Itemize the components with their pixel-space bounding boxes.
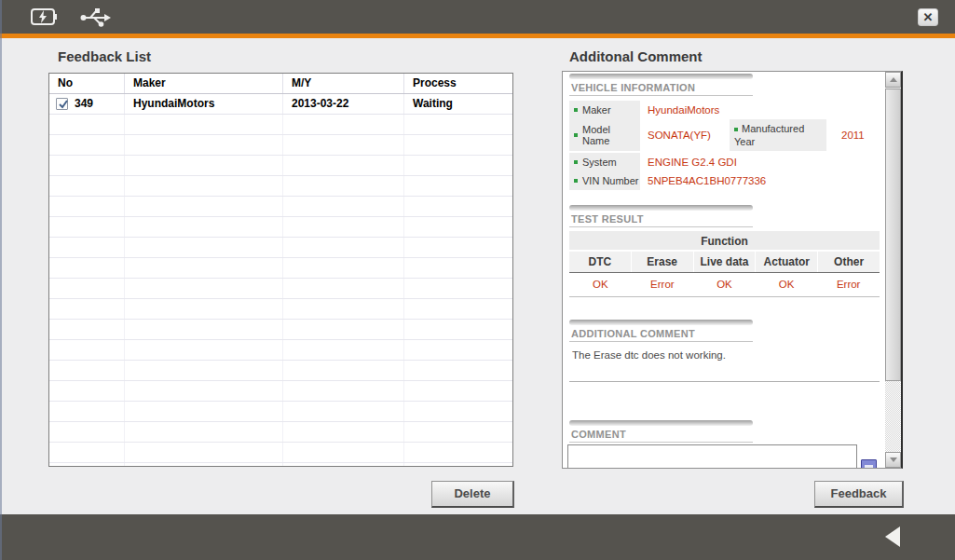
empty-cell [125, 135, 283, 155]
scrollbar-thumb[interactable] [885, 89, 901, 381]
empty-table-row [49, 238, 512, 258]
test-result-section: TEST RESULT [569, 205, 753, 227]
empty-cell [283, 299, 404, 319]
mfg-year-value: 2011 [841, 119, 865, 151]
additional-comment-section: ADDITIONAL COMMENT [569, 320, 753, 342]
empty-table-row [49, 361, 512, 381]
empty-cell [283, 197, 404, 216]
row-process: Waiting [404, 94, 512, 114]
empty-cell [49, 238, 125, 257]
feedback-list-title: Feedback List [58, 48, 151, 64]
empty-cell [49, 402, 125, 421]
row-checkbox[interactable] [56, 98, 68, 110]
empty-table-row [49, 258, 512, 279]
empty-cell [404, 299, 512, 319]
empty-cell [283, 135, 404, 155]
empty-cell [125, 197, 283, 216]
empty-table-row [49, 381, 512, 402]
empty-table-row [49, 422, 512, 443]
function-col-header: Erase [631, 252, 693, 272]
comment-section: COMMENT [569, 420, 753, 443]
empty-cell [404, 238, 512, 257]
empty-cell [125, 340, 283, 360]
col-header-maker: Maker [125, 74, 283, 93]
empty-cell [125, 361, 283, 380]
empty-cell [283, 381, 404, 401]
additional-comment-header: ADDITIONAL COMMENT [569, 325, 753, 341]
empty-cell [125, 115, 283, 134]
scrollbar-up-button[interactable] [885, 72, 901, 88]
empty-cell [283, 279, 404, 298]
empty-cell [283, 422, 404, 442]
back-arrow-icon [885, 526, 900, 547]
empty-cell [125, 238, 283, 257]
additional-comment-panel: VEHICLE INFORMATION Maker HyundaiMotors … [562, 71, 903, 469]
triangle-up-icon [890, 77, 897, 82]
section-underline [569, 226, 753, 227]
empty-cell [283, 115, 404, 134]
empty-cell [404, 176, 512, 196]
col-header-no: No [49, 74, 125, 93]
comment-input[interactable] [567, 444, 857, 469]
empty-cell [283, 258, 404, 278]
feedback-table: No Maker M/Y Process 349 HyundaiMotors 2… [48, 73, 513, 467]
app-window: ✕ Feedback List No Maker M/Y Process 349… [0, 0, 955, 560]
system-label: System [582, 157, 617, 168]
empty-cell [404, 217, 512, 237]
empty-cell [49, 361, 125, 380]
empty-cell [125, 422, 283, 442]
empty-cell [404, 381, 512, 401]
empty-cell [283, 340, 404, 360]
scrollbar-down-button[interactable] [885, 452, 901, 468]
empty-cell [283, 402, 404, 421]
vehicle-information-section: VEHICLE INFORMATION [569, 74, 753, 96]
accent-divider [0, 34, 955, 38]
back-button[interactable] [885, 526, 904, 547]
empty-cell [404, 463, 512, 467]
empty-cell [125, 443, 283, 462]
empty-cell [49, 258, 125, 278]
empty-cell [404, 402, 512, 421]
empty-cell [404, 135, 512, 155]
empty-cell [49, 156, 125, 175]
empty-table-row [49, 115, 512, 135]
empty-cell [404, 422, 512, 442]
test-result-header: TEST RESULT [569, 211, 753, 226]
empty-cell [404, 340, 512, 360]
empty-cell [49, 197, 125, 216]
field-mfg-year: Manufactured Year [730, 119, 826, 151]
function-col-header: DTC [569, 252, 631, 272]
empty-cell [49, 340, 125, 360]
empty-cell [125, 176, 283, 196]
empty-table-row [49, 197, 512, 217]
empty-cell [404, 361, 512, 380]
delete-button[interactable]: Delete [431, 481, 514, 508]
function-col-header: Other [817, 252, 880, 272]
empty-cell [125, 217, 283, 237]
save-comment-icon[interactable] [861, 459, 877, 469]
function-col-header: Live data [693, 252, 756, 272]
function-col-header: Actuator [755, 252, 817, 272]
empty-table-row [49, 299, 512, 320]
empty-cell [404, 115, 512, 134]
col-header-process: Process [404, 74, 512, 93]
empty-cell [283, 361, 404, 380]
battery-charging-icon [30, 7, 60, 31]
function-result-value: Error [817, 273, 880, 296]
panel-scrollbar[interactable] [885, 72, 901, 468]
section-underline [569, 442, 753, 443]
model-value: SONATA(YF) [648, 119, 711, 151]
vehicle-information-header: VEHICLE INFORMATION [569, 79, 753, 95]
empty-cell [49, 217, 125, 237]
mfg-year-label: Manufactured Year [734, 123, 804, 147]
field-system: System ENGINE G2.4 GDI [569, 153, 737, 171]
comment-area-divider [569, 381, 880, 382]
close-button[interactable]: ✕ [918, 8, 938, 26]
triangle-down-icon [890, 458, 897, 462]
scrollbar-track[interactable] [885, 381, 901, 452]
table-row[interactable]: 349 HyundaiMotors 2013-03-22 Waiting [49, 94, 512, 115]
feedback-button[interactable]: Feedback [814, 481, 904, 508]
section-underline [569, 95, 753, 96]
empty-cell [283, 156, 404, 175]
empty-cell [49, 463, 125, 467]
